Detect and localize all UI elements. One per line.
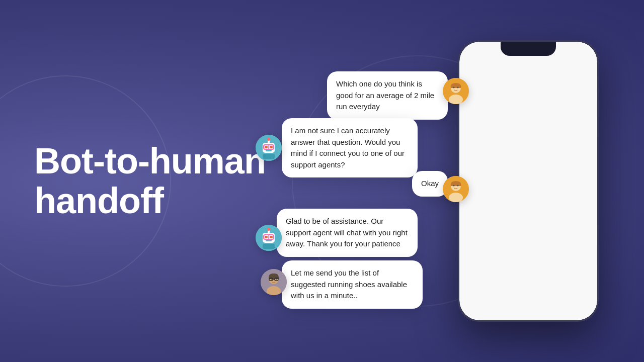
float-avatar-user-1 (443, 78, 469, 104)
float-bubble-agent: Let me send you the list of suggested ru… (282, 260, 423, 309)
phone-screen (459, 42, 597, 320)
float-bubble-agent-text: Let me send you the list of suggested ru… (291, 268, 407, 300)
phone-frame (458, 40, 599, 322)
svg-point-39 (276, 279, 277, 280)
svg-rect-15 (263, 154, 275, 159)
float-bubble-user-1-text: Which one do you think is good for an av… (336, 79, 434, 111)
svg-point-19 (453, 185, 455, 187)
float-bubble-bot-1: I am not sure I can accurately answer th… (282, 118, 418, 177)
phone-device (458, 40, 599, 322)
svg-rect-26 (270, 236, 273, 238)
float-avatar-bot-2 (256, 225, 282, 251)
bot-icon (256, 135, 282, 161)
float-bubble-user-1: Which one do you think is good for an av… (327, 71, 448, 120)
svg-rect-10 (270, 146, 273, 148)
svg-point-38 (271, 279, 272, 280)
float-avatar-agent (261, 269, 287, 295)
float-avatar-bot-1 (256, 135, 282, 161)
float-bubble-user-2-text: Okay (421, 179, 439, 188)
svg-point-20 (457, 185, 459, 187)
svg-point-3 (453, 87, 455, 88)
svg-rect-31 (263, 244, 275, 249)
svg-point-24 (267, 228, 270, 231)
agent-icon (261, 269, 287, 295)
svg-point-4 (457, 87, 459, 88)
title-line2: handoff (34, 180, 164, 221)
float-bubble-bot-2: Glad to be of assistance. Our support ag… (277, 209, 418, 257)
phone-notch (501, 42, 556, 56)
svg-rect-11 (266, 150, 272, 151)
user-female-1-icon (443, 78, 469, 104)
svg-point-8 (267, 138, 270, 141)
float-bubble-user-2: Okay (412, 171, 448, 197)
bot-icon-2 (256, 225, 282, 251)
svg-rect-9 (265, 146, 268, 148)
title-line1: Bot-to-human (34, 141, 266, 181)
user-female-2-icon (443, 176, 469, 202)
float-bubble-bot-2-text: Glad to be of assistance. Our support ag… (286, 217, 408, 248)
title-section: Bot-to-human handoff (34, 141, 266, 221)
float-bubble-bot-1-text: I am not sure I can accurately answer th… (291, 126, 405, 169)
float-avatar-user-2 (443, 176, 469, 202)
svg-rect-27 (266, 240, 272, 241)
svg-rect-25 (265, 236, 268, 238)
